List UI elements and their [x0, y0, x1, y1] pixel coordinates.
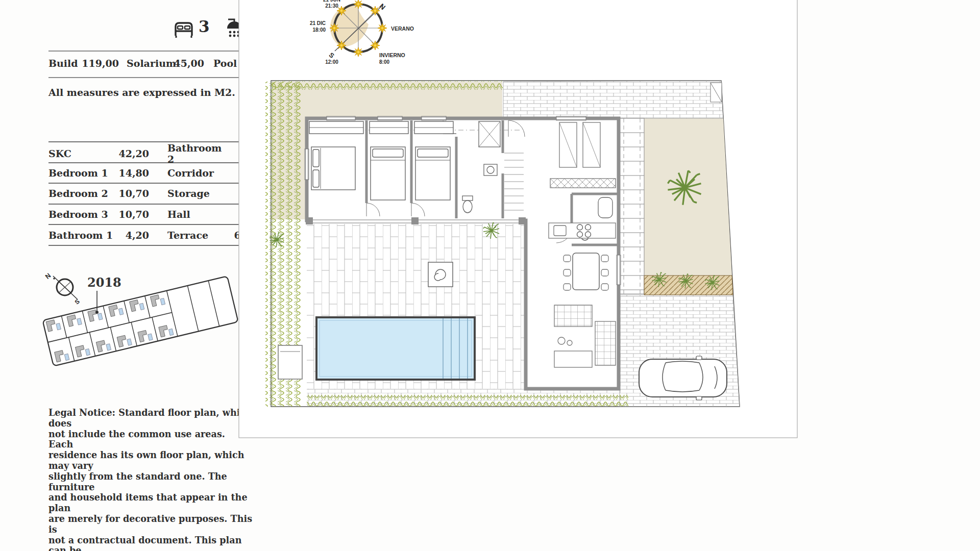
site-map: N S 2018 [42, 271, 238, 366]
sun-dic-time: 18:00 [312, 27, 326, 33]
hedge-bottom [307, 395, 628, 406]
floor-plan [265, 81, 740, 407]
paved-path-top [503, 81, 723, 118]
terrace-table [428, 262, 453, 287]
sun-summer-label: VERANO [391, 26, 414, 32]
dining-table [573, 253, 599, 290]
phase-year-label: 2018 [87, 275, 121, 290]
bedroom-furniture [309, 121, 453, 200]
map-north-label: N [44, 271, 53, 281]
compass-icon: N S [44, 271, 81, 306]
sun-winter-label: INVIERNO [379, 52, 405, 58]
sun-jun-date: 21 JUN [323, 0, 340, 3]
sun-noon-label: 12:00 [325, 59, 338, 65]
gate [710, 83, 722, 102]
plan-drawing: 21 JUN 21:30 N 21 DIC 18:00 VERANO S 12:… [0, 0, 980, 551]
hedge-top [272, 81, 503, 90]
garden-area-right [644, 118, 732, 276]
floor-plan-sheet: 3 2 Build 119,00 Solarium 45,00 Pool 8x3… [0, 0, 980, 551]
utility-box [278, 345, 302, 379]
sun-dic-date: 21 DIC [310, 20, 326, 26]
sun-winter-time: 8:00 [379, 59, 389, 65]
map-south-label: S [74, 298, 81, 306]
pergola [620, 118, 644, 294]
sun-jun-time: 21:30 [325, 3, 338, 9]
swimming-pool [316, 317, 475, 380]
car [639, 356, 727, 400]
